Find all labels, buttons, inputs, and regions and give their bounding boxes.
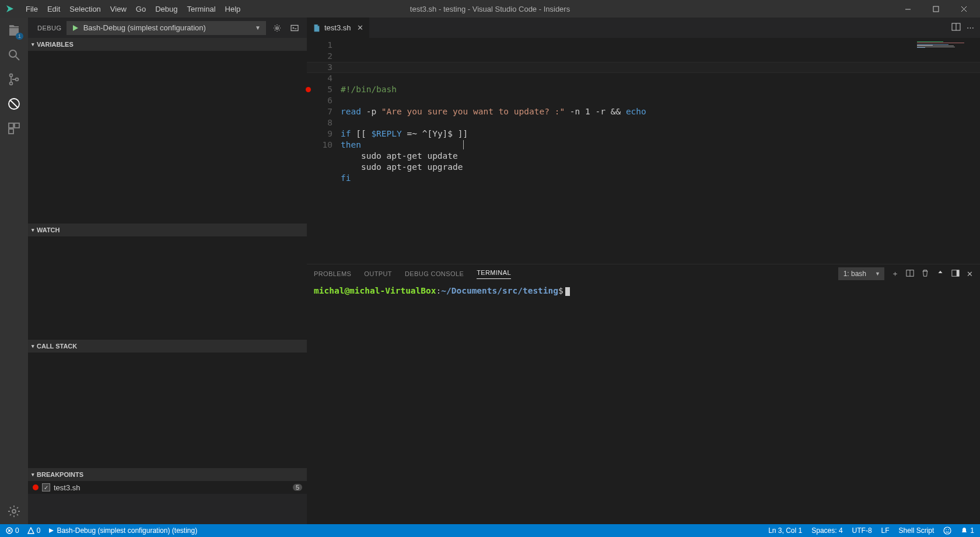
code-line[interactable]: read -p "Are you sure you want to update…: [341, 106, 646, 117]
breakpoint-icon: [33, 484, 38, 490]
code-line[interactable]: fi: [341, 173, 646, 184]
chevron-down-icon: ▾: [32, 41, 34, 47]
breakpoint-checkbox[interactable]: ✓: [42, 483, 50, 491]
status-eol[interactable]: LF: [881, 526, 890, 535]
menu-selection[interactable]: Selection: [65, 0, 105, 18]
code-content[interactable]: #!/bin/bashread -p "Are you sure you wan…: [341, 38, 646, 264]
code-editor[interactable]: 12345678910 #!/bin/bashread -p "Are you …: [307, 38, 980, 264]
chevron-down-icon: ▼: [875, 271, 880, 277]
breakpoints-section: ▾BREAKPOINTS ✓ test3.sh 5: [28, 468, 307, 494]
svg-point-27: [946, 529, 947, 531]
variables-header[interactable]: ▾VARIABLES: [28, 38, 307, 51]
breakpoints-header[interactable]: ▾BREAKPOINTS: [28, 468, 307, 481]
status-indent[interactable]: Spaces: 4: [811, 526, 842, 535]
window-close-button[interactable]: [952, 0, 975, 18]
code-line[interactable]: [341, 184, 646, 195]
terminal-path: ~/Documents/src/testing: [441, 286, 558, 295]
debug-config-dropdown[interactable]: Bash-Debug (simplest configuration) ▼: [66, 21, 266, 35]
window-title: test3.sh - testing - Visual Studio Code …: [410, 5, 570, 13]
terminal-sep: :: [436, 286, 442, 295]
panel-maximize-button[interactable]: [936, 269, 944, 279]
debug-configure-button[interactable]: [271, 22, 284, 34]
menu-view[interactable]: View: [106, 0, 131, 18]
debug-console-toggle-button[interactable]: [288, 22, 301, 34]
terminal-user: michal@michal-VirtualBox: [314, 286, 436, 295]
code-line[interactable]: [341, 95, 646, 106]
status-debug-config[interactable]: Bash-Debug (simplest configuration) (tes…: [48, 526, 197, 535]
app-icon: [5, 4, 15, 14]
status-cursor-pos[interactable]: Ln 3, Col 1: [768, 526, 802, 535]
menu-terminal[interactable]: Terminal: [182, 0, 220, 18]
activity-scm[interactable]: [6, 71, 22, 88]
line-number: 9: [307, 128, 332, 140]
menubar: File Edit Selection View Go Debug Termin…: [0, 0, 980, 18]
split-editor-button[interactable]: [951, 22, 961, 33]
activity-extensions[interactable]: [6, 120, 22, 137]
terminal-select[interactable]: 1: bash ▼: [838, 267, 884, 280]
breakpoint-file: test3.sh: [54, 483, 80, 492]
tab-close-button[interactable]: ✕: [357, 23, 363, 32]
breakpoint-icon[interactable]: [306, 87, 311, 92]
code-line[interactable]: #!/bin/bash: [341, 84, 646, 95]
activity-debug[interactable]: [6, 96, 22, 112]
status-language[interactable]: Shell Script: [899, 526, 935, 535]
file-icon: [313, 24, 321, 32]
status-notifications-count: 1: [970, 526, 974, 535]
status-warnings[interactable]: 0: [27, 526, 41, 535]
terminal-cursor: [565, 287, 570, 296]
svg-rect-1: [933, 6, 939, 12]
svg-point-4: [9, 50, 16, 57]
more-actions-button[interactable]: ⋯: [967, 23, 974, 32]
editor-tabbar: test3.sh ✕ ⋯: [307, 18, 980, 38]
panel-move-button[interactable]: [951, 269, 960, 279]
code-line[interactable]: sudo apt-get upgrade: [341, 162, 646, 173]
terminal-split-button[interactable]: [906, 269, 914, 279]
status-errors[interactable]: 0: [6, 526, 19, 535]
breakpoint-row[interactable]: ✓ test3.sh 5: [28, 481, 307, 494]
panel-tab-terminal[interactable]: TERMINAL: [477, 269, 511, 279]
code-line[interactable]: then: [341, 140, 646, 151]
status-notifications[interactable]: 1: [961, 526, 974, 535]
debug-sidebar: DEBUG Bash-Debug (simplest configuration…: [28, 18, 307, 524]
status-bar: 0 0 Bash-Debug (simplest configuration) …: [0, 524, 980, 537]
status-encoding[interactable]: UTF-8: [852, 526, 872, 535]
menu-edit[interactable]: Edit: [43, 0, 65, 18]
callstack-label: CALL STACK: [37, 343, 77, 350]
code-line[interactable]: [341, 117, 646, 128]
activity-settings[interactable]: [6, 503, 22, 519]
terminal-kill-button[interactable]: [921, 269, 929, 279]
panel-close-button[interactable]: ✕: [967, 270, 973, 278]
menu-debug[interactable]: Debug: [150, 0, 182, 18]
menu-help[interactable]: Help: [220, 0, 246, 18]
menu-file[interactable]: File: [21, 0, 43, 18]
terminal[interactable]: michal@michal-VirtualBox:~/Documents/src…: [307, 283, 980, 524]
panel-tab-problems[interactable]: PROBLEMS: [314, 270, 351, 277]
activity-explorer[interactable]: 1: [6, 22, 22, 39]
window-minimize-button[interactable]: [896, 0, 919, 18]
chevron-down-icon: ▾: [32, 472, 34, 477]
chevron-down-icon: ▾: [32, 227, 34, 233]
debug-start-button[interactable]: [72, 25, 79, 32]
menu-go[interactable]: Go: [131, 0, 150, 18]
line-number: 8: [307, 117, 332, 128]
activity-search[interactable]: [6, 47, 22, 63]
svg-point-7: [10, 82, 13, 85]
code-line[interactable]: if [[ $REPLY =~ ^[Yy]$ ]]: [341, 128, 646, 140]
panel-tab-output[interactable]: OUTPUT: [364, 270, 392, 277]
panel-tab-debug-console[interactable]: DEBUG CONSOLE: [405, 270, 464, 277]
svg-rect-12: [15, 123, 19, 128]
variables-section: ▾VARIABLES: [28, 38, 307, 224]
minimap[interactable]: [917, 41, 970, 47]
editor-tab[interactable]: test3.sh ✕: [307, 18, 370, 38]
window-maximize-button[interactable]: [924, 0, 947, 18]
svg-point-26: [944, 527, 951, 534]
code-line[interactable]: sudo apt-get update: [341, 151, 646, 162]
callstack-header[interactable]: ▾CALL STACK: [28, 340, 307, 353]
variables-label: VARIABLES: [37, 41, 74, 48]
status-feedback[interactable]: [943, 526, 951, 535]
svg-point-6: [10, 74, 13, 77]
terminal-new-button[interactable]: ＋: [891, 268, 899, 279]
line-number: 6: [307, 95, 332, 106]
terminal-dollar: $: [558, 286, 564, 295]
watch-header[interactable]: ▾WATCH: [28, 224, 307, 236]
